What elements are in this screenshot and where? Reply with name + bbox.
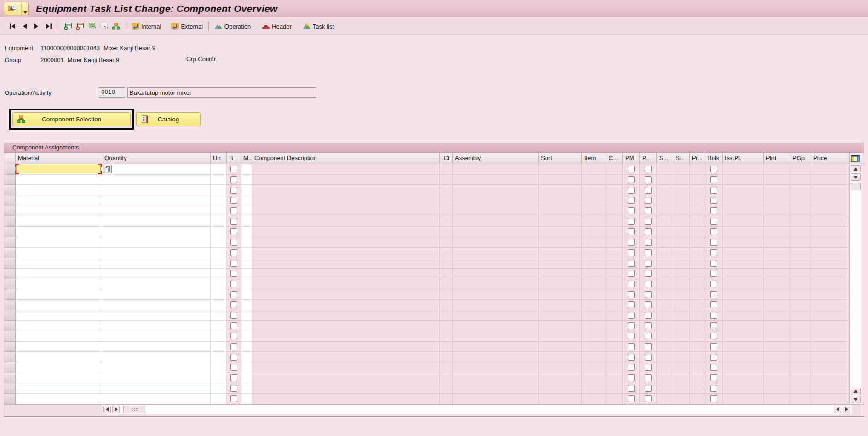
checkbox[interactable] xyxy=(710,385,717,392)
grid-cell[interactable] xyxy=(227,216,241,227)
checkbox[interactable] xyxy=(628,354,635,361)
row-select-button[interactable] xyxy=(4,310,16,321)
grid-cell[interactable] xyxy=(211,362,227,373)
grid-cell[interactable] xyxy=(102,216,211,227)
grid-cell[interactable] xyxy=(705,300,723,310)
row-select-button[interactable] xyxy=(4,227,16,237)
checkbox[interactable] xyxy=(230,207,237,214)
grid-cell[interactable] xyxy=(241,195,252,206)
external-button[interactable]: External xyxy=(169,20,205,32)
checkbox[interactable] xyxy=(230,281,237,287)
component-selection-button[interactable]: Component Selection xyxy=(12,112,131,126)
column-header-assembly[interactable]: Assembly xyxy=(453,153,539,164)
grid-cell[interactable] xyxy=(16,352,102,362)
grid-cell[interactable] xyxy=(640,258,657,269)
grid-cell[interactable] xyxy=(227,164,241,175)
grid-cell[interactable] xyxy=(211,237,227,248)
delete-row-button[interactable] xyxy=(74,20,86,32)
checkbox[interactable] xyxy=(710,354,717,361)
grid-cell[interactable] xyxy=(16,164,102,175)
grid-cell[interactable] xyxy=(640,195,657,206)
grid-cell[interactable] xyxy=(227,269,241,279)
checkbox[interactable] xyxy=(645,187,652,194)
grid-cell[interactable] xyxy=(102,342,211,352)
grid-cell[interactable] xyxy=(640,289,657,300)
grid-cell[interactable] xyxy=(640,342,657,352)
checkbox[interactable] xyxy=(645,364,652,371)
checkbox[interactable] xyxy=(645,218,652,225)
grid-cell[interactable] xyxy=(102,310,211,321)
checkbox[interactable] xyxy=(710,374,717,381)
grid-cell[interactable] xyxy=(16,227,102,237)
grid-cell[interactable] xyxy=(211,373,227,384)
row-select-button[interactable] xyxy=(4,269,16,279)
grid-cell[interactable] xyxy=(705,206,723,217)
checkbox[interactable] xyxy=(645,176,652,183)
grid-cell[interactable] xyxy=(102,185,211,195)
grid-cell[interactable] xyxy=(227,383,241,394)
checkbox[interactable] xyxy=(710,343,717,350)
scroll-left-button[interactable] xyxy=(103,406,111,413)
grid-cell[interactable] xyxy=(16,258,102,269)
catalog-button[interactable]: Catalog xyxy=(136,112,201,126)
grid-cell[interactable] xyxy=(241,216,252,227)
checkbox[interactable] xyxy=(645,281,652,287)
grid-cell[interactable] xyxy=(16,383,102,394)
grid-cell[interactable] xyxy=(227,362,241,373)
grid-cell[interactable] xyxy=(241,362,252,373)
grid-cell[interactable] xyxy=(623,216,640,227)
row-select-button[interactable] xyxy=(4,237,16,248)
grid-cell[interactable] xyxy=(623,195,640,206)
matchcode-button[interactable] xyxy=(103,165,112,173)
checkbox[interactable] xyxy=(230,218,237,225)
grid-cell[interactable] xyxy=(16,269,102,279)
checkbox[interactable] xyxy=(230,312,237,319)
grid-cell[interactable] xyxy=(102,227,211,237)
column-header-sort[interactable]: Sort xyxy=(539,153,582,164)
scroll-right-button-right[interactable] xyxy=(843,406,850,413)
row-select-button[interactable] xyxy=(4,279,16,290)
grid-cell[interactable] xyxy=(16,394,102,404)
grid-cell[interactable] xyxy=(241,321,252,331)
checkbox[interactable] xyxy=(628,207,635,214)
grid-cell[interactable] xyxy=(623,227,640,237)
grid-cell[interactable] xyxy=(102,279,211,290)
grid-cell[interactable] xyxy=(705,289,723,300)
grid-cell[interactable] xyxy=(640,248,657,258)
row-select-button[interactable] xyxy=(4,342,16,352)
row-select-button[interactable] xyxy=(4,175,16,185)
grid-cell[interactable] xyxy=(623,373,640,384)
grid-cell[interactable] xyxy=(623,394,640,404)
grid-cell[interactable] xyxy=(640,164,657,175)
horizontal-scrollbar[interactable] xyxy=(4,404,864,414)
grid-cell[interactable] xyxy=(705,383,723,394)
grid-cell[interactable] xyxy=(227,248,241,258)
row-select-button[interactable] xyxy=(4,248,16,258)
checkbox[interactable] xyxy=(645,354,652,361)
row-select-button[interactable] xyxy=(4,258,16,269)
grid-cell[interactable] xyxy=(102,331,211,342)
column-header-price[interactable]: Price xyxy=(811,153,849,164)
checkbox[interactable] xyxy=(230,322,237,329)
column-header-s[interactable]: S... xyxy=(673,153,690,164)
first-page-button[interactable] xyxy=(6,20,18,32)
grid-cell[interactable] xyxy=(211,227,227,237)
grid-cell[interactable] xyxy=(623,258,640,269)
checkbox[interactable] xyxy=(230,239,237,246)
checkbox[interactable] xyxy=(230,249,237,256)
operation-number-field[interactable]: 0010 xyxy=(99,87,125,98)
grid-cell[interactable] xyxy=(705,394,723,404)
grid-cell[interactable] xyxy=(640,279,657,290)
checkbox[interactable] xyxy=(645,260,652,267)
scroll-up-button[interactable] xyxy=(851,165,861,172)
internal-button[interactable]: Internal xyxy=(130,20,163,32)
hscroll-track[interactable] xyxy=(102,405,852,414)
system-menu-dropdown[interactable] xyxy=(22,2,28,15)
grid-cell[interactable] xyxy=(211,216,227,227)
grid-cell[interactable] xyxy=(211,352,227,362)
grid-cell[interactable] xyxy=(227,289,241,300)
grid-cell[interactable] xyxy=(16,279,102,290)
grid-cell[interactable] xyxy=(640,383,657,394)
grid-cell[interactable] xyxy=(241,248,252,258)
grid-cell[interactable] xyxy=(705,237,723,248)
